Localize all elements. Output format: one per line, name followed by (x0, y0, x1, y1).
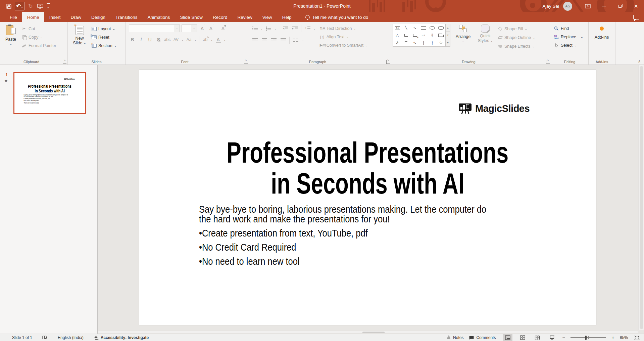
fit-slide-to-window-button[interactable] (633, 334, 641, 341)
account-avatar[interactable]: AS (563, 2, 572, 11)
customize-qat-button[interactable] (47, 3, 50, 9)
comments-shortcut-icon[interactable] (633, 15, 639, 19)
bullets-button[interactable] (251, 25, 259, 32)
decrease-indent-button[interactable] (282, 25, 289, 32)
reading-view-button[interactable] (533, 334, 542, 341)
text-highlight-dropdown-icon[interactable] (210, 37, 213, 42)
normal-view-button[interactable] (503, 334, 512, 341)
columns-dropdown-icon[interactable] (301, 38, 304, 43)
align-center-button[interactable] (260, 36, 268, 44)
zoom-level[interactable]: 85% (620, 335, 628, 340)
character-spacing-dropdown-icon[interactable] (181, 37, 184, 42)
shrink-font-button[interactable]: Aˇ (207, 25, 214, 32)
change-case-dropdown-icon[interactable] (194, 37, 197, 42)
slide-indicator[interactable]: Slide 1 of 1 (12, 335, 32, 340)
tab-insert[interactable]: Insert (44, 12, 66, 22)
shape-scribble-icon[interactable]: ∿ (395, 41, 400, 44)
reset-button[interactable]: Reset (90, 33, 118, 41)
bold-button[interactable]: B (129, 36, 136, 43)
account-name[interactable]: Ajay Sai (542, 4, 559, 9)
find-button[interactable]: Find (554, 25, 586, 32)
numbering-dropdown-icon[interactable] (274, 26, 277, 31)
shape-right-brace-icon[interactable]: } (432, 40, 433, 45)
quick-styles-dropdown-icon[interactable] (490, 38, 493, 43)
shape-elbow-arrow-icon[interactable] (413, 34, 417, 37)
undo-button[interactable] (15, 2, 24, 10)
font-size-dropdown-icon[interactable] (191, 25, 197, 32)
shape-oval-icon[interactable] (430, 26, 435, 30)
align-text-dropdown-icon[interactable] (346, 35, 349, 39)
tab-draw[interactable]: Draw (66, 12, 87, 22)
layout-button[interactable]: Layout (90, 25, 118, 33)
shape-triangle-icon[interactable]: △ (396, 33, 399, 38)
select-dropdown-icon[interactable] (574, 43, 577, 48)
convert-to-smartart-button[interactable]: ▶▤Convert to SmartArt (320, 42, 368, 49)
shape-outline-dropdown-icon[interactable] (533, 35, 535, 40)
shapes-more-button[interactable]: ▼ (446, 39, 450, 46)
font-dialog-launcher[interactable] (244, 60, 248, 64)
align-left-button[interactable] (251, 36, 259, 44)
text-highlight-button[interactable]: ab (202, 36, 209, 43)
slide-show-view-button[interactable] (547, 334, 557, 341)
font-size-combobox[interactable] (182, 25, 197, 32)
shape-snip-rectangle-icon[interactable] (438, 34, 444, 37)
shape-effects-button[interactable]: Shape Effects (497, 43, 535, 50)
shape-left-brace-icon[interactable]: { (423, 40, 424, 45)
tab-home[interactable]: Home (22, 12, 44, 22)
shape-fill-button[interactable]: Shape Fill (497, 25, 535, 32)
close-button[interactable] (628, 0, 644, 12)
cut-button[interactable]: Cut (20, 25, 58, 33)
restore-button[interactable] (612, 0, 628, 12)
spell-check-button[interactable] (42, 335, 48, 340)
minimize-button[interactable] (596, 0, 612, 12)
shape-arrow-icon[interactable]: ↘ (413, 26, 416, 30)
zoom-slider[interactable] (571, 337, 606, 338)
clipboard-dialog-launcher[interactable] (63, 60, 66, 64)
zoom-in-button[interactable]: + (611, 335, 614, 340)
collapse-ribbon-button[interactable] (638, 59, 641, 63)
shape-curve-icon[interactable]: ∿ (413, 40, 416, 45)
addins-button[interactable]: Add-ins (590, 24, 613, 40)
tab-review[interactable]: Review (233, 12, 257, 22)
text-direction-button[interactable]: ⇅AText Direction (320, 25, 368, 32)
tab-help[interactable]: Help (277, 12, 297, 22)
vertical-scrollbar-thumb[interactable] (640, 66, 643, 329)
copy-button[interactable]: Copy (20, 33, 58, 41)
shape-star-icon[interactable]: ☆ (439, 40, 443, 45)
tell-me-box[interactable]: Tell me what you want to do (305, 12, 368, 22)
font-color-dropdown-icon[interactable] (224, 37, 226, 42)
replace-dropdown-icon[interactable] (581, 35, 583, 39)
columns-button[interactable] (292, 36, 300, 44)
format-painter-button[interactable]: Format Painter (20, 41, 58, 50)
copy-dropdown-icon[interactable] (40, 35, 43, 40)
align-text-button[interactable]: [↕]Align Text (320, 33, 368, 40)
font-color-button[interactable]: A (215, 36, 222, 43)
smartart-dropdown-icon[interactable] (365, 43, 368, 48)
replace-button[interactable]: ab⮡ac Replace (554, 33, 586, 40)
align-right-button[interactable] (270, 36, 278, 44)
increase-indent-button[interactable] (291, 25, 299, 32)
new-slide-dropdown-icon[interactable] (84, 41, 86, 45)
slide-thumbnail[interactable]: MagicSlides Professional Presentations i… (13, 72, 86, 114)
italic-button[interactable]: I (138, 36, 145, 43)
select-button[interactable]: Select (554, 42, 586, 49)
slide-body-textbox[interactable]: Say bye-bye to boring, laborious present… (199, 204, 537, 266)
strikethrough-button[interactable]: abc (164, 36, 171, 43)
paste-button[interactable]: Paste (1, 24, 20, 50)
shape-effects-dropdown-icon[interactable] (532, 44, 535, 49)
shape-fill-dropdown-icon[interactable] (525, 27, 528, 31)
language-indicator[interactable]: English (India) (58, 335, 84, 340)
shape-down-arrow-icon[interactable]: ⇩ (431, 33, 434, 38)
justify-button[interactable] (279, 36, 287, 44)
save-button[interactable] (5, 2, 13, 10)
shapes-scroll-up-button[interactable]: ▲ (446, 24, 450, 31)
slide-sorter-view-button[interactable] (518, 334, 527, 341)
zoom-out-button[interactable]: − (562, 335, 565, 340)
new-slide-button[interactable]: New Slide (69, 24, 90, 50)
text-direction-dropdown-icon[interactable] (353, 26, 356, 31)
clear-formatting-button[interactable]: A◆ (219, 25, 227, 32)
grow-font-button[interactable]: Aˆ (199, 25, 206, 32)
horizontal-scrollbar[interactable] (98, 331, 638, 333)
tab-record[interactable]: Record (208, 12, 233, 22)
font-name-dropdown-icon[interactable] (174, 25, 180, 32)
